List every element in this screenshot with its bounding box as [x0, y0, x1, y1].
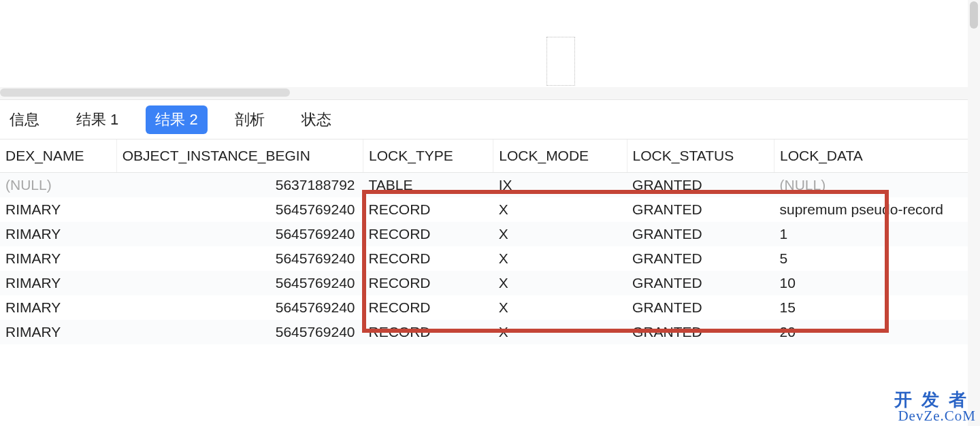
- cell-lock-mode[interactable]: X: [493, 271, 627, 295]
- editor-upper-pane: [0, 0, 980, 100]
- cell-index-name[interactable]: (NULL): [0, 173, 116, 198]
- cell-lock-mode[interactable]: X: [493, 222, 627, 246]
- results-table: DEX_NAME OBJECT_INSTANCE_BEGIN LOCK_TYPE…: [0, 140, 980, 344]
- cell-index-name[interactable]: RIMARY: [0, 197, 116, 222]
- cell-lock-status[interactable]: GRANTED: [627, 271, 774, 295]
- table-header-row: DEX_NAME OBJECT_INSTANCE_BEGIN LOCK_TYPE…: [0, 140, 980, 173]
- col-header-object-instance-begin[interactable]: OBJECT_INSTANCE_BEGIN: [116, 140, 363, 173]
- tab-profile[interactable]: 剖析: [225, 105, 274, 134]
- cell-lock-data[interactable]: 20: [774, 320, 979, 344]
- tab-info[interactable]: 信息: [0, 105, 49, 134]
- cell-lock-mode[interactable]: IX: [493, 173, 627, 198]
- table-row[interactable]: (NULL)5637188792TABLEIXGRANTED(NULL): [0, 173, 980, 198]
- col-header-lock-mode[interactable]: LOCK_MODE: [493, 140, 627, 173]
- tab-result-1[interactable]: 结果 1: [67, 105, 128, 134]
- results-table-wrap: DEX_NAME OBJECT_INSTANCE_BEGIN LOCK_TYPE…: [0, 140, 980, 344]
- cell-object-instance-begin[interactable]: 5645769240: [116, 222, 363, 246]
- cell-object-instance-begin[interactable]: 5645769240: [116, 197, 363, 222]
- horizontal-scrollbar-thumb[interactable]: [0, 88, 290, 97]
- vertical-scrollbar-thumb[interactable]: [970, 1, 978, 29]
- cell-lock-mode[interactable]: X: [493, 320, 627, 344]
- cell-index-name[interactable]: RIMARY: [0, 271, 116, 295]
- col-header-lock-status[interactable]: LOCK_STATUS: [627, 140, 774, 173]
- cell-lock-data[interactable]: 15: [774, 295, 979, 320]
- watermark: 开发者 DevZe.CoM: [894, 391, 976, 423]
- cell-lock-type[interactable]: RECORD: [363, 295, 493, 320]
- cell-index-name[interactable]: RIMARY: [0, 246, 116, 271]
- cell-lock-data[interactable]: (NULL): [774, 173, 979, 198]
- tab-result-2[interactable]: 结果 2: [146, 105, 207, 134]
- cell-lock-data[interactable]: 10: [774, 271, 979, 295]
- cell-lock-data[interactable]: 5: [774, 246, 979, 271]
- cell-lock-mode[interactable]: X: [493, 246, 627, 271]
- watermark-line2: DevZe.CoM: [894, 409, 976, 423]
- cell-lock-status[interactable]: GRANTED: [627, 246, 774, 271]
- cell-index-name[interactable]: RIMARY: [0, 222, 116, 246]
- cell-lock-status[interactable]: GRANTED: [627, 197, 774, 222]
- table-row[interactable]: RIMARY5645769240RECORDXGRANTED20: [0, 320, 980, 344]
- vertical-scrollbar-track[interactable]: [968, 0, 980, 426]
- tab-status[interactable]: 状态: [292, 105, 341, 134]
- col-header-lock-type[interactable]: LOCK_TYPE: [363, 140, 493, 173]
- cell-lock-type[interactable]: RECORD: [363, 246, 493, 271]
- cell-lock-type[interactable]: RECORD: [363, 320, 493, 344]
- cell-index-name[interactable]: RIMARY: [0, 295, 116, 320]
- cell-lock-status[interactable]: GRANTED: [627, 222, 774, 246]
- horizontal-scrollbar-track[interactable]: [0, 87, 980, 99]
- cell-lock-data[interactable]: 1: [774, 222, 979, 246]
- watermark-line1: 开发者: [894, 391, 976, 409]
- results-tabbar: 信息 结果 1 结果 2 剖析 状态: [0, 100, 980, 140]
- cell-object-instance-begin[interactable]: 5637188792: [116, 173, 363, 198]
- cell-lock-type[interactable]: RECORD: [363, 222, 493, 246]
- text-cursor-placeholder[interactable]: [546, 37, 575, 86]
- cell-object-instance-begin[interactable]: 5645769240: [116, 246, 363, 271]
- table-row[interactable]: RIMARY5645769240RECORDXGRANTEDsupremum p…: [0, 197, 980, 222]
- cell-lock-type[interactable]: RECORD: [363, 271, 493, 295]
- cell-object-instance-begin[interactable]: 5645769240: [116, 295, 363, 320]
- cell-lock-type[interactable]: RECORD: [363, 197, 493, 222]
- cell-lock-mode[interactable]: X: [493, 295, 627, 320]
- table-row[interactable]: RIMARY5645769240RECORDXGRANTED15: [0, 295, 980, 320]
- cell-lock-status[interactable]: GRANTED: [627, 173, 774, 198]
- table-row[interactable]: RIMARY5645769240RECORDXGRANTED10: [0, 271, 980, 295]
- cell-object-instance-begin[interactable]: 5645769240: [116, 271, 363, 295]
- table-row[interactable]: RIMARY5645769240RECORDXGRANTED1: [0, 222, 980, 246]
- cell-lock-status[interactable]: GRANTED: [627, 320, 774, 344]
- col-header-index-name[interactable]: DEX_NAME: [0, 140, 116, 173]
- col-header-lock-data[interactable]: LOCK_DATA: [774, 140, 979, 173]
- cell-lock-mode[interactable]: X: [493, 197, 627, 222]
- cell-object-instance-begin[interactable]: 5645769240: [116, 320, 363, 344]
- cell-lock-status[interactable]: GRANTED: [627, 295, 774, 320]
- table-row[interactable]: RIMARY5645769240RECORDXGRANTED5: [0, 246, 980, 271]
- cell-index-name[interactable]: RIMARY: [0, 320, 116, 344]
- cell-lock-data[interactable]: supremum pseudo-record: [774, 197, 979, 222]
- cell-lock-type[interactable]: TABLE: [363, 173, 493, 198]
